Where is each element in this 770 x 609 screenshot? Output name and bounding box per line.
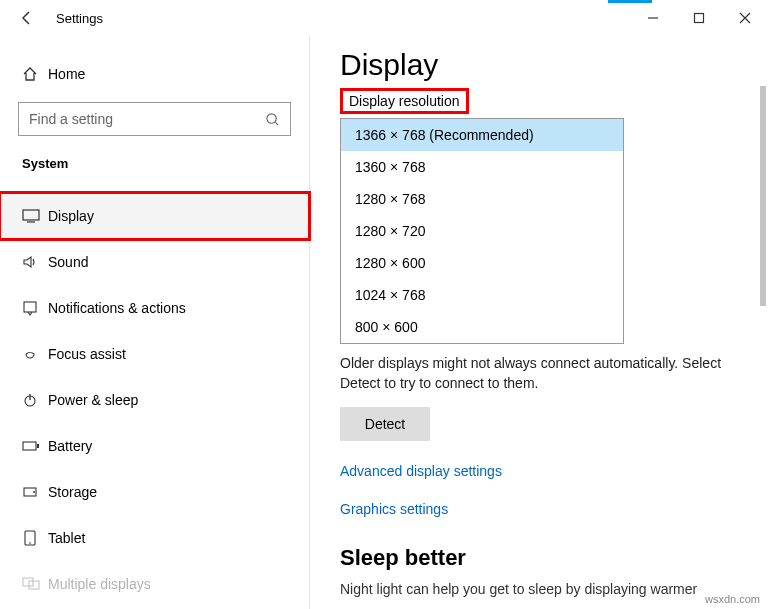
detect-button[interactable]: Detect (340, 407, 430, 441)
dropdown-option[interactable]: 800 × 600 (341, 311, 623, 343)
detect-label: Detect (365, 416, 405, 432)
scrollbar[interactable] (760, 86, 768, 609)
svg-rect-10 (37, 444, 39, 448)
section-label: System (0, 156, 309, 171)
sound-icon (22, 254, 48, 270)
search-icon (265, 112, 280, 127)
sidebar-item-label: Sound (48, 254, 88, 270)
sidebar-item-label: Focus assist (48, 346, 126, 362)
sidebar-item-notifications[interactable]: Notifications & actions (0, 285, 309, 331)
sidebar-item-multiple-displays[interactable]: Multiple displays (0, 561, 309, 607)
graphics-settings-link[interactable]: Graphics settings (340, 501, 740, 517)
sidebar-item-label: Storage (48, 484, 97, 500)
svg-point-14 (29, 542, 31, 544)
dropdown-option[interactable]: 1280 × 600 (341, 247, 623, 279)
svg-point-2 (267, 113, 276, 122)
sidebar: Home Find a setting System Display Sound (0, 36, 310, 609)
sidebar-item-label: Battery (48, 438, 92, 454)
advanced-display-link[interactable]: Advanced display settings (340, 463, 740, 479)
home-nav[interactable]: Home (0, 56, 309, 92)
sidebar-item-label: Multiple displays (48, 576, 151, 592)
sleep-better-title: Sleep better (340, 545, 740, 571)
notifications-icon (22, 300, 48, 316)
dropdown-option[interactable]: 1360 × 768 (341, 151, 623, 183)
help-text: Older displays might not always connect … (340, 354, 740, 393)
dropdown-option[interactable]: 1024 × 768 (341, 279, 623, 311)
display-icon (22, 209, 48, 223)
sidebar-item-focus-assist[interactable]: Focus assist (0, 331, 309, 377)
svg-rect-9 (23, 442, 36, 450)
svg-rect-6 (24, 302, 36, 312)
sidebar-item-storage[interactable]: Storage (0, 469, 309, 515)
dropdown-option[interactable]: 1280 × 768 (341, 183, 623, 215)
search-input[interactable]: Find a setting (18, 102, 291, 136)
sidebar-item-power-sleep[interactable]: Power & sleep (0, 377, 309, 423)
battery-icon (22, 440, 48, 452)
multiple-displays-icon (22, 577, 48, 591)
home-icon (22, 66, 48, 82)
svg-rect-15 (23, 578, 33, 586)
window-title: Settings (56, 11, 103, 26)
focus-assist-icon (22, 346, 48, 362)
tablet-icon (22, 530, 48, 546)
svg-point-12 (33, 491, 35, 493)
back-button[interactable] (10, 1, 44, 35)
minimize-button[interactable] (630, 2, 676, 34)
sidebar-item-display[interactable]: Display (0, 193, 309, 239)
resolution-dropdown[interactable]: 1366 × 768 (Recommended) 1360 × 768 1280… (340, 118, 624, 344)
main-content: Display Display resolution 1366 × 768 (R… (310, 36, 770, 609)
search-placeholder: Find a setting (29, 111, 113, 127)
page-title: Display (340, 48, 740, 82)
dropdown-option[interactable]: 1366 × 768 (Recommended) (341, 119, 623, 151)
sidebar-item-battery[interactable]: Battery (0, 423, 309, 469)
watermark: wsxdn.com (705, 593, 760, 605)
home-label: Home (48, 66, 85, 82)
svg-rect-1 (695, 14, 704, 23)
svg-line-3 (275, 122, 278, 125)
storage-icon (22, 484, 48, 500)
sidebar-item-label: Display (48, 208, 94, 224)
dropdown-option[interactable]: 1280 × 720 (341, 215, 623, 247)
sidebar-item-label: Power & sleep (48, 392, 138, 408)
sidebar-item-label: Tablet (48, 530, 85, 546)
sidebar-item-sound[interactable]: Sound (0, 239, 309, 285)
sleep-subtext: Night light can help you get to sleep by… (340, 581, 740, 597)
power-icon (22, 392, 48, 408)
svg-rect-16 (29, 581, 39, 589)
maximize-button[interactable] (676, 2, 722, 34)
resolution-label: Display resolution (340, 88, 469, 114)
close-button[interactable] (722, 2, 768, 34)
sidebar-item-label: Notifications & actions (48, 300, 186, 316)
svg-rect-4 (23, 210, 39, 220)
sidebar-item-tablet[interactable]: Tablet (0, 515, 309, 561)
